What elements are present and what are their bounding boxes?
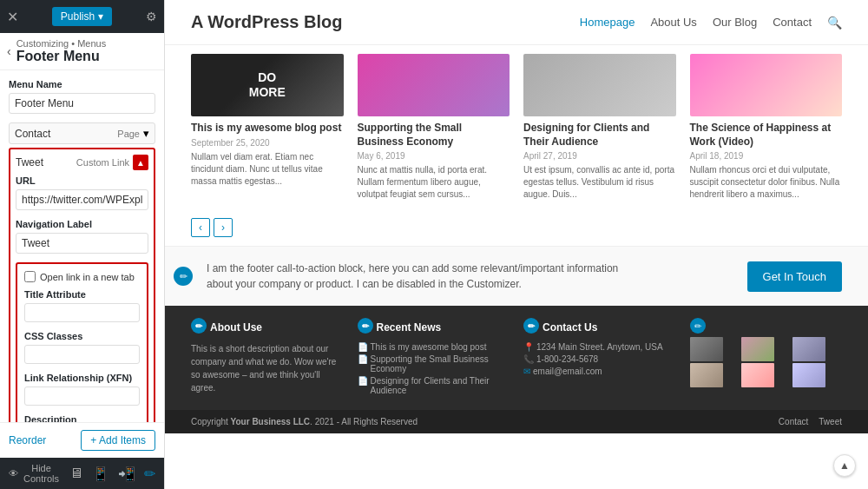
footer-col-about-text: This is a short description about our co… xyxy=(191,342,344,394)
footer-col-news: ✏ Recent News 📄This is my awesome blog p… xyxy=(358,318,510,398)
nav-label-label: Navigation Label xyxy=(16,219,148,229)
gear-button[interactable]: ⚙ xyxy=(146,10,157,23)
link-rel-label: Link Relationship (XFN) xyxy=(24,373,140,383)
desktop-view-button[interactable]: 🖥 xyxy=(69,466,83,481)
footer-news-list: 📄This is my awesome blog post 📄Supportin… xyxy=(358,342,510,395)
contact-edit-icon[interactable]: ✏ xyxy=(523,318,539,334)
card-excerpt-2: Nunc at mattis nulla, id porta erat. Nul… xyxy=(358,164,510,201)
images-edit-icon[interactable]: ✏ xyxy=(690,318,706,334)
footer-thumb-1 xyxy=(690,337,723,361)
card-title-2: Supporting the Small Business Economy xyxy=(358,122,510,149)
edit-icon-bottom[interactable]: ✏ xyxy=(144,466,155,482)
footer-thumb-5 xyxy=(741,363,774,387)
breadcrumb-info: Customizing • Menus Footer Menu xyxy=(16,38,107,64)
blog-section: DOMORE This is my awesome blog post Sept… xyxy=(165,45,868,209)
add-items-button[interactable]: + Add Items xyxy=(81,430,155,451)
top-bar: ✕ Publish ▾ ⚙ xyxy=(0,0,164,33)
bottom-bar: 👁 Hide Controls 🖥 📱 📲 ✏ xyxy=(0,458,164,489)
mobile-view-button[interactable]: 📲 xyxy=(118,466,135,482)
footer-col-news-title: ✏ Recent News xyxy=(358,318,510,337)
tablet-view-button[interactable]: 📱 xyxy=(92,466,109,482)
contact-phone: 📞1-800-234-5678 xyxy=(523,354,676,364)
site-title: A WordPress Blog xyxy=(191,12,342,32)
title-attr-label: Title Attribute xyxy=(24,289,140,300)
prev-page-button[interactable]: ‹ xyxy=(191,218,210,237)
card-image-4 xyxy=(690,54,843,116)
publish-label: Publish xyxy=(61,10,95,23)
footer-col-contact-title: ✏ Contact Us xyxy=(523,318,676,337)
nav-label-input[interactable] xyxy=(16,233,148,254)
copyright-text: Copyright Your Business LLC. 2021 - All … xyxy=(191,417,418,426)
contact-label: Contact xyxy=(15,128,50,140)
contact-email: ✉email@email.com xyxy=(523,367,676,376)
card-image-3 xyxy=(523,54,676,116)
url-input[interactable] xyxy=(16,189,148,210)
advanced-options-section: Open link in a new tab Title Attribute C… xyxy=(16,262,148,422)
tweet-row[interactable]: Tweet Custom Link ▲ xyxy=(16,155,148,170)
cta-edit-icon[interactable]: ✏ xyxy=(174,267,193,286)
breadcrumb: Customizing • Menus xyxy=(16,38,107,49)
footer-thumb-4 xyxy=(690,363,723,387)
card-excerpt-3: Ut est ipsum, convallis ac ante id, port… xyxy=(523,164,676,201)
blog-card-4: The Science of Happiness at Work (Video)… xyxy=(690,54,843,201)
contact-row[interactable]: Contact Page ▾ xyxy=(9,122,155,144)
back-button[interactable]: ‹ xyxy=(7,44,11,58)
tweet-section: Tweet Custom Link ▲ URL Navigation Label xyxy=(9,148,155,422)
doc-icon-1: 📄 xyxy=(358,342,368,352)
title-attr-input[interactable] xyxy=(24,303,140,322)
nav-item-about[interactable]: About Us xyxy=(650,16,696,29)
get-in-touch-button[interactable]: Get In Touch xyxy=(747,261,842,292)
publish-button[interactable]: Publish ▾ xyxy=(52,7,112,26)
card-title-4: The Science of Happiness at Work (Video) xyxy=(690,122,843,149)
news-item-1: 📄This is my awesome blog post xyxy=(358,342,510,352)
footer-images-grid xyxy=(690,337,843,387)
title-attr-group: Title Attribute xyxy=(24,289,140,322)
menu-name-input[interactable] xyxy=(9,93,155,114)
preview-panel: A WordPress Blog Homepage About Us Our B… xyxy=(165,0,868,489)
dark-footer: ✏ About Use This is a short description … xyxy=(165,306,868,410)
sidebar-footer: Reorder + Add Items xyxy=(0,422,164,458)
card-excerpt-4: Nullam rhoncus orci et dui vulputate, su… xyxy=(690,164,843,201)
nav-item-homepage[interactable]: Homepage xyxy=(580,16,635,29)
card-image-2 xyxy=(358,54,510,116)
reorder-button[interactable]: Reorder xyxy=(9,434,46,446)
news-edit-icon[interactable]: ✏ xyxy=(358,318,373,334)
css-classes-input[interactable] xyxy=(24,345,140,364)
contact-type: Page xyxy=(117,129,140,139)
card-date-2: May 6, 2019 xyxy=(358,151,510,161)
copyright-nav: Contact Tweet xyxy=(779,417,842,426)
email-icon: ✉ xyxy=(523,367,530,376)
about-edit-icon[interactable]: ✏ xyxy=(191,318,207,334)
copyright-nav-contact[interactable]: Contact xyxy=(779,417,808,426)
arrow-up-button[interactable]: ▲ xyxy=(133,155,148,170)
copyright-nav-tweet[interactable]: Tweet xyxy=(819,417,842,426)
pagination: ‹ › xyxy=(165,209,868,246)
tweet-type-right: Custom Link ▲ xyxy=(76,155,148,170)
link-rel-input[interactable] xyxy=(24,387,140,406)
news-item-2: 📄Supporting the Small Business Economy xyxy=(358,354,510,373)
css-classes-group: CSS Classes xyxy=(24,331,140,364)
nav-item-contact[interactable]: Contact xyxy=(773,16,812,29)
site-header: A WordPress Blog Homepage About Us Our B… xyxy=(165,0,868,45)
blog-card-2: Supporting the Small Business Economy Ma… xyxy=(358,54,510,201)
scroll-to-top-button[interactable]: ▲ xyxy=(833,454,856,477)
hide-controls-button[interactable]: 👁 Hide Controls xyxy=(9,463,61,484)
footer-cta: ✏ I am the footer call-to-action block, … xyxy=(165,246,868,306)
url-group: URL xyxy=(16,175,148,210)
hide-controls-label: Hide Controls xyxy=(22,463,61,484)
footer-col-contact: ✏ Contact Us 📍1234 Main Street. Anytown,… xyxy=(523,318,676,398)
contact-type-right: Page ▾ xyxy=(117,127,149,140)
eye-icon: 👁 xyxy=(9,468,18,479)
footer-contact-list: 📍1234 Main Street. Anytown, USA 📞1-800-2… xyxy=(523,342,676,376)
footer-thumb-2 xyxy=(741,337,774,361)
card-title-3: Designing for Clients and Their Audience xyxy=(523,122,676,149)
search-icon[interactable]: 🔍 xyxy=(827,16,842,30)
url-label: URL xyxy=(16,175,148,186)
next-page-button[interactable]: › xyxy=(214,218,233,237)
open-new-tab-checkbox[interactable] xyxy=(24,271,36,282)
preview-content: A WordPress Blog Homepage About Us Our B… xyxy=(165,0,868,489)
close-button[interactable]: ✕ xyxy=(7,9,18,25)
nav-item-blog[interactable]: Our Blog xyxy=(713,16,757,29)
blog-cards-grid: DOMORE This is my awesome blog post Sept… xyxy=(191,54,842,201)
sidebar-content: Menu Name Contact Page ▾ Tweet Custom Li… xyxy=(0,70,164,422)
